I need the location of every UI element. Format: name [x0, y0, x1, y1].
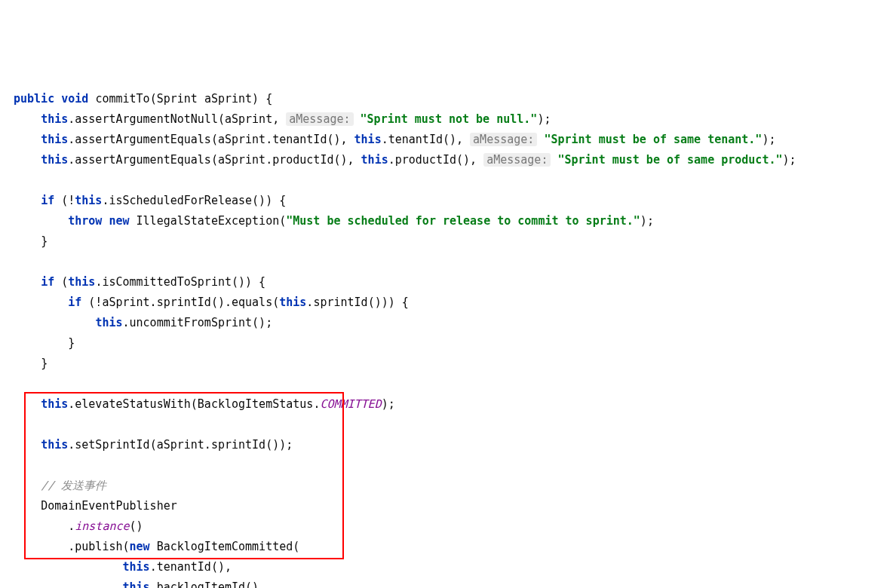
code-block: public void commitTo(Sprint aSprint) { t… — [14, 89, 885, 588]
call-assert-not-null: assertArgumentNotNull — [75, 112, 218, 126]
enum-committed: COMMITTED — [320, 397, 381, 411]
type-ise: IllegalStateException — [137, 214, 280, 228]
type-bic: BacklogItemCommitted — [157, 540, 293, 553]
call-is-committed: isCommittedToSprint — [102, 275, 232, 289]
hint-amessage: aMessage: — [286, 112, 353, 126]
str-notnull: "Sprint must not be null." — [361, 112, 538, 126]
call-set-sprint-id: setSprintId — [75, 438, 149, 452]
call-elevate: elevateStatusWith — [75, 397, 191, 411]
call-backlog-item-id: backlogItemId — [157, 580, 245, 588]
call-assert-equals-product: assertArgumentEquals — [75, 153, 211, 167]
call-uncommit: uncommitFromSprint — [130, 316, 253, 329]
type-dep: DomainEventPublisher — [41, 499, 177, 513]
comment-send-event: // 发送事件 — [41, 479, 106, 492]
kw-public: public — [14, 92, 54, 106]
call-is-scheduled: isScheduledForRelease — [109, 194, 252, 207]
call-instance: instance — [75, 519, 129, 533]
kw-new: new — [109, 214, 129, 228]
kw-void: void — [61, 92, 88, 106]
str-mustsched: "Must be scheduled for release to commit… — [286, 214, 640, 228]
kw-if: if — [41, 194, 54, 207]
param-type: Sprint — [157, 92, 198, 106]
method-name: commitTo — [95, 92, 149, 106]
str-product: "Sprint must be of same product." — [557, 153, 782, 167]
kw-this: this — [41, 112, 68, 126]
kw-throw: throw — [68, 214, 102, 228]
call-assert-equals-tenant: assertArgumentEquals — [75, 133, 211, 146]
call-publish: publish — [75, 540, 122, 553]
param-name: aSprint — [204, 92, 252, 106]
str-tenant: "Sprint must be of same tenant." — [544, 133, 762, 146]
